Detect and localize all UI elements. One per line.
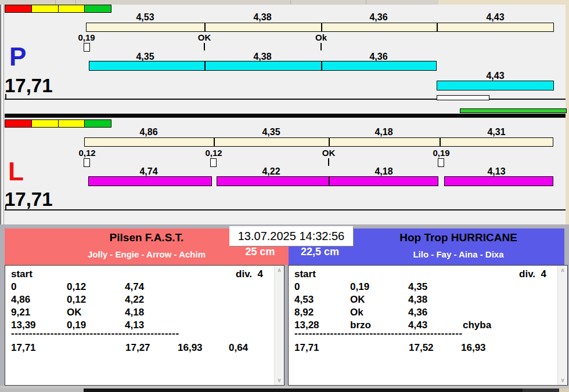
vertical-scrollbar[interactable]: ∧ ∨ — [274, 266, 284, 385]
table-cell: 4,13 — [125, 320, 144, 330]
team-dogs: Lilo - Fay - Aina - Dixa — [413, 249, 503, 259]
table-cell: 0,12 — [67, 282, 86, 292]
change-mark-label: OK — [198, 33, 211, 42]
change-mark-tick — [204, 43, 205, 50]
dog-time-label: 4,13 — [487, 167, 505, 176]
split-time-label: 4,36 — [369, 13, 387, 22]
division-label: div. 4 — [519, 269, 546, 279]
yellow-light — [58, 5, 85, 13]
change-mark-tick — [320, 43, 322, 50]
change-mark-label: Ok — [315, 33, 327, 42]
green-light — [84, 5, 111, 13]
groundline — [5, 209, 566, 210]
split-tick — [329, 138, 330, 146]
strip-divider — [55, 0, 56, 5]
table-cell: 8,92 — [294, 307, 314, 317]
background-window-strip — [438, 0, 569, 5]
green-light — [84, 119, 111, 128]
dog-time-bar — [89, 61, 437, 71]
table-cell: 17,27 — [125, 343, 150, 353]
table-cell: 16,93 — [178, 343, 203, 353]
table-cell: 0,12 — [67, 295, 86, 304]
taskbar-segment — [523, 389, 559, 392]
split-tick — [204, 23, 206, 31]
table-cell: brzo — [350, 320, 371, 330]
change-mark-label: 0,12 — [205, 148, 222, 157]
split-bar — [84, 137, 553, 147]
taskbar-segment — [84, 389, 523, 392]
change-mark-box — [438, 158, 444, 167]
split-time-label: 4,43 — [486, 13, 504, 22]
table-cell: chyba — [463, 320, 491, 330]
lane-letter-l: L — [8, 159, 24, 184]
split-time-label: 4,31 — [487, 128, 505, 137]
table-cell: 4,18 — [125, 307, 144, 317]
table-cell: 17,52 — [409, 343, 434, 353]
table-cell: 4,36 — [408, 307, 427, 317]
table-cell: OK — [67, 307, 82, 317]
race-timestamp: 13.07.2025 14:32:56 — [229, 226, 353, 246]
start-label: start — [294, 269, 316, 279]
red-light — [5, 119, 32, 128]
dog-time-label: 4,74 — [139, 167, 157, 176]
change-mark-label: 0,19 — [78, 33, 95, 42]
background-window-right-edge — [566, 5, 569, 224]
table-cell: 4,22 — [125, 295, 144, 304]
dog-time-bar — [217, 176, 438, 186]
table-cell: 13,28 — [294, 320, 319, 330]
strip-divider — [366, 0, 366, 5]
strip-divider — [290, 0, 291, 5]
totals-separator: ----------------------------------------… — [11, 328, 179, 338]
window-left-border — [0, 5, 1, 224]
scroll-up-icon[interactable]: ∧ — [275, 267, 284, 273]
dog-time-label: 4,38 — [253, 52, 271, 61]
scroll-down-icon[interactable]: ∨ — [275, 378, 284, 383]
dog-time-bar — [88, 176, 212, 186]
table-cell: 13,39 — [11, 320, 36, 330]
table-cell: OK — [350, 295, 365, 304]
table-cell: 16,93 — [461, 343, 486, 353]
split-tick — [321, 23, 322, 31]
dog-bar-tick — [321, 61, 322, 70]
groundline-start-tick — [5, 205, 6, 209]
yellow-light — [58, 119, 85, 128]
jump-height-left: 25 cm — [245, 246, 275, 258]
results-panel-left: start div. 4 ---------------------------… — [5, 265, 284, 386]
table-cell: 17,71 — [294, 343, 319, 353]
dog-time-label: 4,36 — [369, 52, 387, 61]
dog-time-label: 4,43 — [486, 71, 504, 81]
table-cell: 4,43 — [408, 320, 427, 330]
table-cell: 0,19 — [350, 282, 369, 292]
vertical-scrollbar[interactable]: ∧ ∨ — [557, 266, 567, 385]
change-mark-box — [84, 43, 90, 52]
split-time-label: 4,38 — [253, 13, 271, 22]
dog-time-bar-offset — [437, 81, 554, 90]
window-left-border-inner — [3, 5, 4, 224]
split-bar — [86, 23, 554, 32]
split-time-label: 4,53 — [136, 13, 154, 22]
start-lights — [5, 119, 111, 128]
table-cell: 9,21 — [11, 307, 30, 317]
table-cell: 0,19 — [67, 320, 86, 330]
table-cell: 4,86 — [11, 295, 30, 304]
table-cell: 0 — [294, 282, 300, 292]
table-cell: 4,53 — [294, 295, 314, 304]
yellow-light — [31, 119, 59, 128]
scroll-down-icon[interactable]: ∨ — [558, 378, 567, 383]
start-label: start — [11, 269, 33, 279]
jump-height-right: 22,5 cm — [301, 246, 339, 258]
scroll-up-icon[interactable]: ∧ — [558, 267, 567, 273]
division-label: div. 4 — [236, 269, 263, 279]
split-tick — [214, 138, 215, 146]
dog-time-label: 4,18 — [374, 167, 392, 176]
strip-divider — [75, 0, 76, 5]
team-name: Pilsen F.A.S.T. — [110, 231, 184, 244]
lane-divider — [5, 114, 566, 118]
split-tick — [440, 138, 441, 146]
split-time-label: 4,86 — [139, 128, 157, 137]
table-cell: 4,35 — [408, 282, 427, 292]
team-dogs: Jolly - Engie - Arrow - Achim — [88, 249, 206, 259]
early-pass-marker-box — [437, 95, 489, 100]
change-mark-label: OK — [322, 148, 336, 157]
change-mark-box — [84, 158, 90, 167]
